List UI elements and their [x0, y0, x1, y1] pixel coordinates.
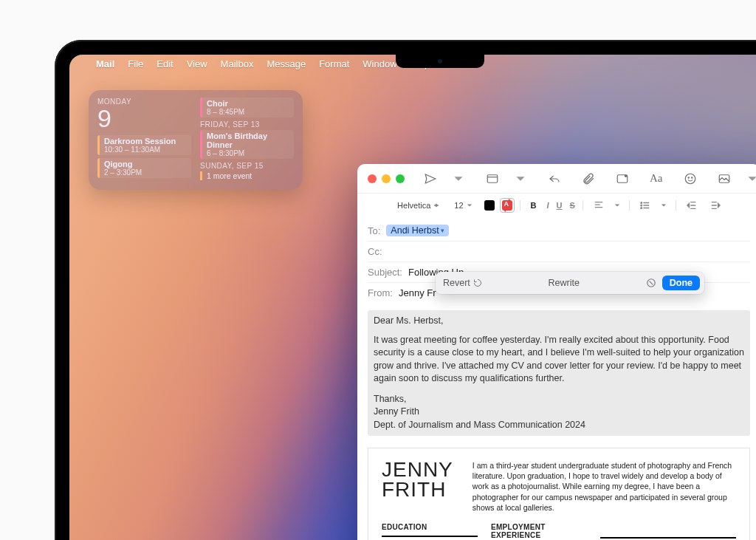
email-signature-name: Jenny Frith	[374, 406, 744, 419]
minimize-button[interactable]	[382, 174, 391, 183]
calendar-widget[interactable]: MONDAY 9 Darkroom Session 10:30 – 11:30A…	[89, 90, 303, 190]
event-item[interactable]: Mom's Birthday Dinner 6 – 8:30PM	[200, 130, 294, 159]
svg-rect-0	[487, 174, 498, 182]
svg-point-5	[691, 177, 692, 177]
chevron-down-icon[interactable]: ▾	[441, 227, 444, 234]
to-recipient-name: Andi Herbst	[391, 225, 439, 236]
strike-button[interactable]: S	[570, 201, 575, 210]
header-fields-icon[interactable]	[486, 171, 499, 186]
titlebar: Aa	[357, 164, 756, 194]
zoom-button[interactable]	[396, 174, 405, 183]
highlight-color-swatch[interactable]	[502, 200, 512, 211]
italic-button[interactable]: I	[547, 201, 549, 210]
done-button[interactable]: Done	[662, 276, 700, 290]
to-field-row[interactable]: To: Andi Herbst ▾	[368, 220, 750, 242]
menu-format[interactable]: Format	[319, 58, 349, 69]
email-signature-dept: Dept. of Journalism and Mass Communicati…	[374, 419, 744, 432]
event-time: 2 – 3:30PM	[104, 168, 187, 177]
event-title: Darkroom Session	[104, 137, 187, 146]
align-chevron-icon[interactable]	[614, 201, 622, 210]
svg-point-7	[641, 202, 642, 204]
photo-browser-icon[interactable]	[616, 171, 629, 186]
underline-button[interactable]: U	[557, 201, 563, 210]
menu-window[interactable]: Window	[362, 58, 396, 69]
event-time: 8 – 8:45PM	[207, 108, 289, 116]
event-time: 6 – 8:30PM	[207, 149, 289, 157]
subject-label: Subject:	[368, 267, 402, 278]
widget-day-number: 9	[97, 106, 191, 131]
send-icon[interactable]	[424, 171, 437, 186]
dismiss-icon[interactable]	[646, 278, 656, 288]
event-item[interactable]: Darkroom Session 10:30 – 11:30AM	[97, 135, 191, 155]
font-name: Helvetica	[397, 201, 430, 210]
widget-day-label: MONDAY	[97, 98, 191, 106]
from-label: From:	[368, 287, 393, 298]
widget-section-heading: FRIDAY, SEP 13	[200, 120, 294, 129]
resume-name-line1: JENNY	[382, 460, 453, 480]
rewrite-selection: Dear Ms. Herbst, It was great meeting fo…	[368, 310, 750, 436]
size-select[interactable]: 12	[451, 199, 476, 211]
svg-point-4	[688, 177, 689, 177]
emoji-icon[interactable]	[684, 171, 697, 186]
indent-right-icon[interactable]	[687, 198, 697, 213]
svg-point-2	[625, 175, 626, 177]
font-select[interactable]: Helvetica	[394, 199, 444, 211]
media-menu-chevron-icon[interactable]	[747, 171, 757, 186]
svg-point-9	[641, 208, 642, 209]
menu-edit[interactable]: Edit	[157, 58, 173, 69]
email-greeting: Dear Ms. Herbst,	[374, 315, 744, 328]
camera-notch	[396, 55, 484, 68]
email-thanks: Thanks,	[374, 393, 744, 406]
menu-file[interactable]: File	[128, 58, 143, 69]
event-title: Mom's Birthday Dinner	[207, 131, 289, 149]
writing-tools-popover: Revert Rewrite Done	[436, 272, 704, 294]
attach-icon[interactable]	[582, 171, 595, 186]
event-item[interactable]: Choir 8 – 8:45PM	[200, 98, 294, 117]
resume-intro: I am a third-year student undergraduate …	[472, 460, 736, 513]
font-size: 12	[454, 201, 463, 210]
bold-button[interactable]: B	[528, 199, 540, 211]
revert-button[interactable]: Revert	[443, 278, 482, 288]
app-menu[interactable]: Mail	[96, 58, 114, 69]
list-icon[interactable]	[640, 198, 650, 213]
menu-message[interactable]: Message	[267, 58, 306, 69]
rewrite-label: Rewrite	[482, 278, 646, 288]
from-value: Jenny Fr	[399, 287, 436, 298]
cc-field-row[interactable]: Cc:	[368, 242, 750, 262]
resume-attachment: JENNY FRITH I am a third-year student un…	[368, 448, 750, 540]
education-heading: EDUCATION	[382, 523, 478, 531]
send-menu-chevron-icon[interactable]	[453, 171, 464, 186]
to-label: To:	[368, 225, 380, 236]
to-recipient-pill[interactable]: Andi Herbst ▾	[386, 225, 448, 236]
reply-icon[interactable]	[548, 171, 561, 186]
menu-view[interactable]: View	[187, 58, 207, 69]
event-time: 10:30 – 11:30AM	[104, 146, 187, 154]
revert-icon	[473, 278, 482, 287]
header-menu-chevron-icon[interactable]	[515, 171, 526, 186]
widget-section-heading: SUNDAY, SEP 15	[200, 162, 294, 170]
event-title: Qigong	[104, 160, 187, 168]
revert-label: Revert	[443, 278, 470, 288]
cc-label: Cc:	[368, 246, 382, 257]
text-color-swatch[interactable]	[484, 200, 495, 211]
format-icon[interactable]: Aa	[650, 171, 663, 186]
event-title: Choir	[207, 99, 289, 108]
close-button[interactable]	[368, 174, 377, 183]
list-chevron-icon[interactable]	[661, 201, 668, 210]
media-icon[interactable]	[718, 171, 731, 186]
email-paragraph: It was great meeting for coffee yesterda…	[374, 334, 744, 386]
indent-left-icon[interactable]	[710, 198, 721, 213]
format-bar: Helvetica 12 B I U S	[357, 194, 756, 220]
svg-point-8	[641, 205, 642, 206]
mail-compose-window: Aa Helvetica 12	[357, 164, 756, 540]
resume-name-line2: FRITH	[382, 480, 453, 500]
event-item[interactable]: Qigong 2 – 3:30PM	[97, 158, 191, 178]
widget-more-events[interactable]: 1 more event	[200, 171, 294, 180]
employment-heading: EMPLOYMENT EXPERIENCE	[491, 523, 587, 539]
align-icon[interactable]	[594, 198, 604, 213]
svg-point-3	[685, 174, 695, 184]
menu-mailbox[interactable]: Mailbox	[221, 58, 254, 69]
email-body[interactable]: Dear Ms. Herbst, It was great meeting fo…	[357, 306, 756, 540]
